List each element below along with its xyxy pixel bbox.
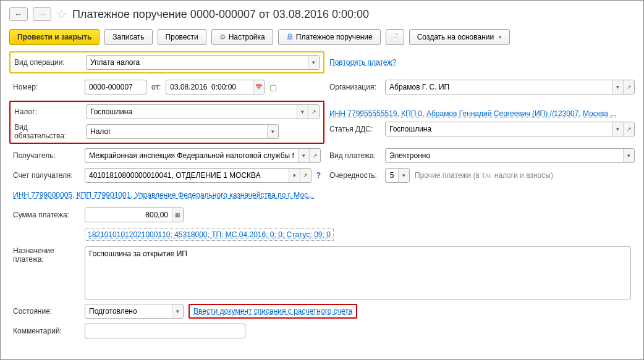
recipient-input[interactable]: [85, 149, 298, 162]
label-payment-type: Вид платежа:: [329, 151, 380, 160]
label-dds: Статья ДДС:: [329, 125, 380, 133]
kbk-link[interactable]: 18210101012021000110; 45318000; ТП; МС.0…: [85, 228, 334, 241]
obligation-field[interactable]: ▾: [86, 124, 279, 139]
label-op-type: Вид операции:: [14, 58, 81, 67]
priority-field[interactable]: ▾: [385, 168, 410, 183]
recipient-field[interactable]: ▾ ↗: [85, 148, 321, 163]
comment-field[interactable]: [85, 324, 245, 338]
number-input[interactable]: [85, 80, 146, 94]
recipient-acc-input[interactable]: [85, 169, 289, 182]
state-dropdown[interactable]: ▾: [172, 304, 183, 318]
print-button[interactable]: Платежное поручение: [278, 29, 381, 45]
org-details-link[interactable]: ИНН 779955555519, КПП 0, Абрамов Геннади…: [329, 109, 616, 118]
org-dropdown[interactable]: ▾: [612, 80, 623, 94]
label-recipient: Получатель:: [13, 151, 80, 160]
create-based-button[interactable]: Создать на основании: [409, 29, 511, 45]
writeoff-link[interactable]: Ввести документ списания с расчетного сч…: [193, 307, 352, 316]
state-field[interactable]: ▾: [85, 304, 184, 319]
org-field[interactable]: ▾ ↗: [385, 80, 635, 94]
org-input[interactable]: [386, 80, 612, 94]
dds-open[interactable]: ↗: [623, 122, 634, 136]
calendar-icon[interactable]: 📅: [253, 80, 264, 94]
toolbar: Провести и закрыть Записать Провести Нас…: [9, 29, 635, 45]
recipient-acc-field[interactable]: ▾ ↗: [85, 168, 311, 183]
priority-dropdown[interactable]: ▾: [398, 169, 409, 182]
date-input[interactable]: [166, 80, 253, 94]
amount-input[interactable]: [85, 208, 172, 222]
tax-dropdown[interactable]: ▾: [297, 105, 308, 119]
dds-field[interactable]: ▾ ↗: [385, 122, 635, 136]
purpose-textarea[interactable]: [85, 246, 631, 299]
label-state: Состояние:: [13, 307, 80, 316]
recipient-acc-dropdown[interactable]: ▾: [289, 169, 300, 182]
payment-type-dropdown[interactable]: ▾: [623, 149, 634, 162]
printer-icon: [286, 33, 294, 41]
calculator-icon[interactable]: ▦: [172, 208, 183, 222]
priority-hint: Прочие платежи (в т.ч. налоги и взносы): [415, 171, 553, 180]
tax-field[interactable]: ▾ ↗: [86, 104, 320, 119]
label-amount: Сумма платежа:: [13, 211, 80, 219]
forward-button[interactable]: →: [33, 7, 51, 21]
dds-dropdown[interactable]: ▾: [612, 122, 623, 136]
post-and-close-button[interactable]: Провести и закрыть: [9, 29, 100, 45]
op-type-field[interactable]: ▾: [86, 55, 320, 70]
label-purpose: Назначение платежа:: [13, 246, 80, 264]
tax-open[interactable]: ↗: [308, 105, 319, 119]
settings-button[interactable]: Настройка: [211, 29, 273, 45]
post-button[interactable]: Провести: [158, 29, 206, 45]
document-icon: [391, 33, 399, 41]
attachments-button[interactable]: [386, 29, 404, 45]
label-priority: Очередность:: [329, 171, 380, 180]
state-input[interactable]: [85, 304, 172, 318]
date-field[interactable]: 📅: [166, 80, 265, 94]
label-number: Номер:: [13, 83, 80, 91]
payment-type-input[interactable]: [386, 149, 623, 162]
op-type-input[interactable]: [87, 56, 308, 69]
label-from: от:: [151, 83, 161, 91]
titlebar: ← → ☆ Платежное поручение 0000-000007 от…: [9, 7, 635, 22]
priority-input[interactable]: [386, 169, 398, 182]
payment-order-window: ← → ☆ Платежное поручение 0000-000007 от…: [0, 0, 644, 360]
number-field[interactable]: [85, 80, 146, 94]
form: Вид операции: ▾ Повторять платеж? Номер:…: [9, 51, 635, 339]
label-org: Организация:: [329, 83, 380, 91]
label-comment: Комментарий:: [13, 327, 80, 335]
save-button[interactable]: Записать: [104, 29, 152, 45]
gear-icon: [219, 33, 226, 41]
dds-input[interactable]: [386, 122, 612, 136]
label-tax: Налог:: [14, 107, 81, 116]
favorite-star-icon[interactable]: ☆: [56, 7, 67, 22]
help-icon[interactable]: ?: [316, 171, 321, 180]
label-obligation: Вид обязательства:: [14, 123, 81, 140]
obligation-input[interactable]: [87, 125, 267, 138]
recipient-acc-open[interactable]: ↗: [300, 169, 311, 182]
payment-type-field[interactable]: ▾: [385, 148, 635, 163]
comment-input[interactable]: [85, 324, 245, 338]
amount-field[interactable]: ▦: [85, 207, 184, 222]
window-title: Платежное поручение 0000-000007 от 03.08…: [72, 8, 369, 21]
label-recipient-acc: Счет получателя:: [13, 171, 80, 180]
tax-input[interactable]: [87, 105, 297, 119]
op-type-dropdown[interactable]: ▾: [308, 56, 319, 69]
status-icon[interactable]: ▢: [269, 83, 277, 92]
recipient-details-link[interactable]: ИНН 7799000005, КПП 779901001, Управлени…: [13, 191, 314, 199]
recipient-dropdown[interactable]: ▾: [298, 149, 309, 162]
back-button[interactable]: ←: [9, 7, 28, 21]
org-open[interactable]: ↗: [623, 80, 634, 94]
repeat-payment-link[interactable]: Повторять платеж?: [329, 58, 396, 67]
obligation-dropdown[interactable]: ▾: [267, 125, 278, 138]
recipient-open[interactable]: ↗: [309, 149, 320, 162]
